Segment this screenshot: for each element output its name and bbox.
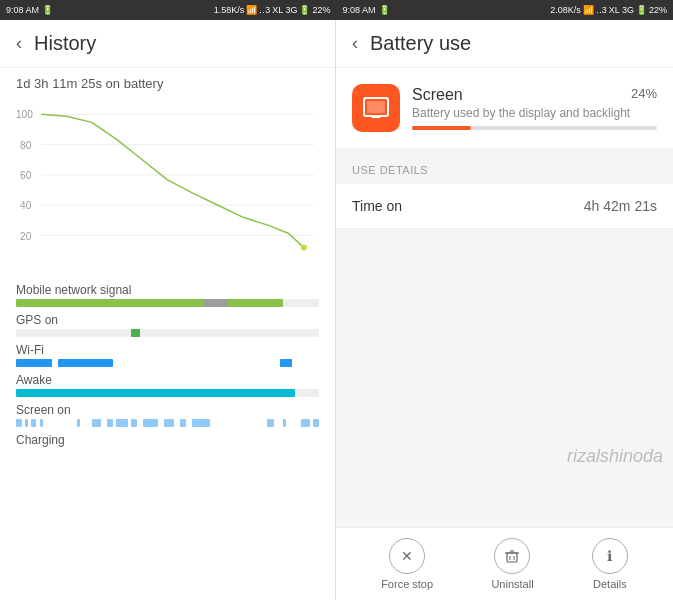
left-battery: 22% [312, 5, 330, 15]
app-description: Battery used by the display and backligh… [412, 106, 657, 120]
history-title: History [34, 32, 96, 55]
charging-item: Charging [16, 433, 319, 447]
svg-text:100: 100 [16, 109, 33, 120]
uninstall-label: Uninstall [491, 578, 533, 590]
right-signal: ‥3 [596, 5, 607, 15]
app-name: Screen [412, 86, 463, 104]
right-battery-icon: 🔋 [636, 5, 647, 15]
mobile-network-label: Mobile network signal [16, 283, 319, 297]
awake-bar [16, 389, 319, 397]
right-speed: 2.08K/s [550, 5, 581, 15]
gps-label: GPS on [16, 313, 319, 327]
right-status-bar: 9:08 AM 🔋 2.08K/s 📶 ‥3 XL 3G 🔋 22% [337, 0, 674, 20]
app-usage-bar [412, 126, 657, 130]
wifi-label: Wi-Fi [16, 343, 319, 357]
app-info-card: Screen 24% Battery used by the display a… [336, 68, 673, 148]
mobile-network-item: Mobile network signal [16, 283, 319, 307]
details-label: Details [593, 578, 627, 590]
left-wifi-icon: 📶 [246, 5, 257, 15]
left-speed: 1.58K/s [214, 5, 245, 15]
wifi-bar [16, 359, 319, 367]
gps-bar [16, 329, 319, 337]
screen-on-label: Screen on [16, 403, 319, 417]
battery-use-panel: ‹ Battery use Screen 24% Battery used by… [336, 20, 673, 600]
svg-text:60: 60 [20, 170, 32, 181]
history-panel: ‹ History 1d 3h 11m 25s on battery 100 8… [0, 20, 336, 600]
right-network: XL 3G [609, 5, 634, 15]
details-icon: ℹ [592, 538, 628, 574]
gps-item: GPS on [16, 313, 319, 337]
svg-rect-12 [367, 101, 385, 113]
history-header: ‹ History [0, 20, 335, 68]
left-app-icon: 🔋 [42, 5, 53, 15]
left-network: XL 3G [272, 5, 297, 15]
svg-text:40: 40 [20, 200, 32, 211]
force-stop-icon: ✕ [389, 538, 425, 574]
svg-rect-13 [372, 116, 380, 118]
battery-use-header: ‹ Battery use [336, 20, 673, 68]
battery-chart: 100 80 60 40 20 [0, 95, 335, 275]
svg-text:80: 80 [20, 140, 32, 151]
time-on-row: Time on 4h 42m 21s [336, 184, 673, 229]
left-signal: ‥3 [259, 5, 270, 15]
battery-duration: 1d 3h 11m 25s on battery [0, 68, 335, 95]
right-wifi-icon: 📶 [583, 5, 594, 15]
force-stop-label: Force stop [381, 578, 433, 590]
details-button[interactable]: ℹ Details [592, 538, 628, 590]
svg-point-10 [301, 245, 307, 251]
left-battery-icon: 🔋 [299, 5, 310, 15]
history-back-button[interactable]: ‹ [16, 33, 22, 54]
screen-on-item: Screen on [16, 403, 319, 427]
svg-text:20: 20 [20, 231, 32, 242]
app-percent: 24% [631, 86, 657, 101]
battery-use-title: Battery use [370, 32, 471, 55]
uninstall-button[interactable]: Uninstall [491, 538, 533, 590]
app-icon [352, 84, 400, 132]
charging-label: Charging [16, 433, 319, 447]
time-on-label: Time on [352, 198, 402, 214]
usage-bars-section: Mobile network signal GPS on Wi-Fi [0, 275, 335, 600]
wifi-item: Wi-Fi [16, 343, 319, 367]
screen-on-bar [16, 419, 319, 427]
right-app-icon: 🔋 [379, 5, 390, 15]
awake-item: Awake [16, 373, 319, 397]
app-details: Screen 24% Battery used by the display a… [412, 86, 657, 130]
time-on-value: 4h 42m 21s [584, 198, 657, 214]
use-details-header: USE DETAILS [336, 156, 673, 184]
spacer: rizalshinoda [336, 229, 673, 527]
right-time: 9:08 AM [343, 5, 376, 15]
uninstall-icon [494, 538, 530, 574]
watermark: rizalshinoda [567, 446, 663, 467]
battery-use-back-button[interactable]: ‹ [352, 33, 358, 54]
right-battery: 22% [649, 5, 667, 15]
left-time: 9:08 AM [6, 5, 39, 15]
svg-rect-14 [507, 553, 517, 562]
force-stop-button[interactable]: ✕ Force stop [381, 538, 433, 590]
action-bar: ✕ Force stop Uninstall ℹ Details [336, 527, 673, 600]
app-usage-fill [412, 126, 471, 130]
mobile-network-bar [16, 299, 319, 307]
left-status-bar: 9:08 AM 🔋 1.58K/s 📶 ‥3 XL 3G 🔋 22% [0, 0, 337, 20]
awake-label: Awake [16, 373, 319, 387]
